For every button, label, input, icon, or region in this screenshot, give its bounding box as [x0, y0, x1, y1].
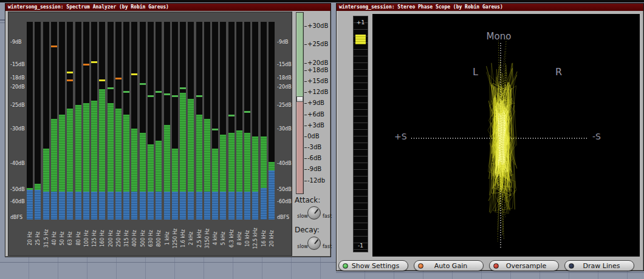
- spectrum-bar: [83, 22, 89, 220]
- attack-label: Attack:: [295, 196, 320, 204]
- gain-scale-tick: [304, 147, 307, 148]
- led-indicator: [343, 263, 348, 269]
- spectrum-bar: [123, 22, 129, 220]
- peak-hold-marker: [212, 129, 218, 130]
- spectrum-bar: [59, 22, 65, 220]
- button-draw-lines[interactable]: Draw Lines: [564, 260, 634, 271]
- peak-hold-marker: [156, 91, 162, 93]
- led-indicator: [569, 263, 574, 269]
- db-scale-label: -50dB: [10, 187, 25, 192]
- gain-scale-tick: [304, 63, 307, 64]
- gain-scale-label: +12dB: [307, 89, 328, 95]
- attack-slow-label: slow: [297, 213, 308, 219]
- peak-hold-marker: [244, 111, 250, 113]
- spectrum-bars: [27, 22, 275, 220]
- meter-level-segment: [355, 35, 366, 44]
- db-scale-label: -20dB: [10, 85, 25, 90]
- gain-scale-label: +20dB: [307, 60, 328, 66]
- meter-bottom-label: -1: [354, 243, 368, 249]
- gain-scale-label: 0dB: [307, 133, 320, 140]
- db-scale-label: -18dB: [277, 76, 292, 81]
- spectrum-bar: [269, 22, 275, 220]
- gain-scale-tick: [304, 115, 307, 115]
- button-row: Show SettingsAuto GainOversampleDraw Lin…: [337, 260, 643, 272]
- freq-label: 50 Hz: [59, 222, 65, 255]
- peak-hold-marker: [67, 72, 73, 73]
- db-scale-label: dBFS: [277, 215, 289, 220]
- freq-label: 800 Hz: [156, 222, 162, 255]
- peak-hold-marker: [140, 83, 146, 85]
- freq-label: 25 Hz: [35, 222, 41, 255]
- spectrum-bar: [228, 22, 235, 220]
- peak-hold-marker: [148, 95, 154, 97]
- db-scale-label: -15dB: [277, 62, 292, 67]
- gain-scale-tick: [304, 92, 307, 93]
- freq-label: 6.3 kHz: [228, 222, 235, 255]
- spectrum-bar: [140, 22, 146, 220]
- led-indicator: [418, 263, 423, 269]
- peak-hold-marker: [91, 61, 97, 63]
- peak-hold-marker: [164, 93, 170, 95]
- spectrum-bar: [244, 22, 250, 220]
- decay-label: Decay:: [295, 226, 320, 234]
- spectrum-bar: [148, 22, 154, 220]
- db-scale-label: -9dB: [277, 40, 289, 45]
- spectrum-bar: [204, 22, 210, 220]
- peak-hold-marker: [83, 64, 89, 66]
- button-label: Auto Gain: [426, 262, 483, 270]
- peak-hold-marker: [67, 79, 73, 81]
- decay-fast-label: fast: [323, 244, 332, 249]
- db-scale-label: -40dB: [277, 161, 292, 166]
- button-auto-gain[interactable]: Auto Gain: [414, 260, 484, 271]
- led-indicator: [493, 263, 499, 269]
- decay-knob[interactable]: [307, 237, 321, 250]
- gain-scale-tick: [304, 181, 307, 181]
- top-edge-strip: [0, 0, 644, 2]
- spectrum-bar: [220, 22, 226, 220]
- editor-grid-bottom-left: [0, 257, 336, 279]
- gain-scale-label: +6dB: [307, 112, 324, 118]
- peak-hold-marker: [115, 78, 122, 79]
- spectrum-bar: [261, 22, 267, 220]
- peak-hold-marker: [108, 87, 114, 89]
- spectrum-bar: [131, 22, 137, 220]
- gain-scale-tick: [304, 103, 307, 104]
- button-show-settings[interactable]: Show Settings: [338, 260, 408, 271]
- db-scale-label: -15dB: [10, 62, 25, 67]
- spectrum-bar: [115, 22, 122, 220]
- attack-knob[interactable]: [307, 206, 321, 220]
- gain-slider[interactable]: [296, 12, 304, 194]
- spectrum-bar: [91, 22, 97, 220]
- spectrum-bar: [108, 22, 114, 220]
- freq-label: 63 Hz: [67, 222, 73, 255]
- gain-scale-tick: [304, 136, 307, 137]
- gain-scale-tick: [304, 126, 307, 126]
- gain-scale-label: +3dB: [307, 123, 324, 129]
- gain-scale-tick: [304, 81, 307, 82]
- freq-label: 20 kHz: [269, 222, 275, 255]
- freq-label: 12.5 kHz: [252, 222, 258, 255]
- peak-hold-marker: [123, 91, 129, 93]
- spectrum-bar: [188, 22, 194, 220]
- spectrum-window-titlebar[interactable]: wintersong_session: Spectrum Analyzer (b…: [5, 4, 331, 11]
- peak-hold-marker: [131, 73, 137, 75]
- button-oversample[interactable]: Oversample: [489, 260, 559, 271]
- spectrum-bar: [172, 22, 178, 220]
- spectrum-bar: [212, 22, 218, 220]
- db-scale-label: dBFS: [10, 215, 22, 220]
- freq-label: 630 Hz: [148, 222, 154, 255]
- freq-label: 1 kHz: [164, 222, 170, 255]
- phase-scope-display: Mono L R +S -S: [372, 14, 640, 257]
- phase-window-titlebar[interactable]: wintersong_session: Stereo Phase Scope (…: [337, 4, 643, 11]
- db-scale-label: -30dB: [277, 127, 292, 132]
- button-label: Draw Lines: [577, 262, 634, 270]
- gain-slider-handle[interactable]: [296, 96, 303, 102]
- attack-fast-label: fast: [323, 213, 332, 219]
- peak-hold-marker: [51, 45, 57, 47]
- freq-label: 2.5 kHz: [196, 222, 202, 255]
- freq-label: 400 Hz: [131, 222, 137, 255]
- freq-label: 20 Hz: [27, 222, 33, 255]
- freq-labels: 20 Hz25 Hz31.5 Hz40 Hz50 Hz63 Hz80 Hz100…: [27, 222, 275, 255]
- gain-scale-label: +25dB: [307, 41, 328, 47]
- spectrum-bar: [99, 22, 105, 220]
